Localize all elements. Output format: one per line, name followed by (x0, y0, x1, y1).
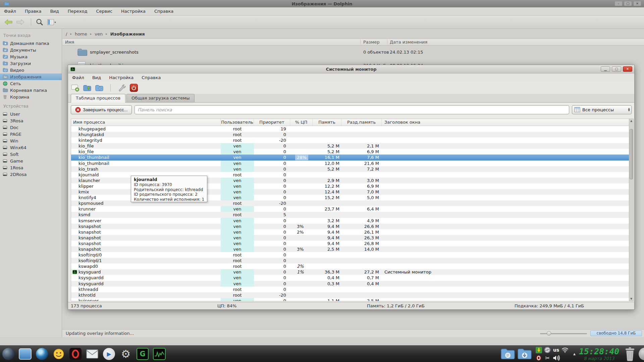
dolphin-menu-item-2[interactable]: Вид (50, 9, 59, 14)
scrollbar-thumb[interactable] (630, 129, 633, 179)
tray-expander-icon[interactable]: ▲ (573, 352, 576, 356)
dolphin-menu-item-4[interactable]: Сервис (96, 9, 112, 14)
process-row[interactable]: khungtaskdroot0 (71, 132, 629, 137)
sysmon-menu-item-2[interactable]: Настройка (109, 75, 133, 80)
sidebar-item-4[interactable]: Видео (0, 67, 62, 73)
process-row[interactable]: khugepagedroot19 (71, 126, 629, 132)
sysmon-minimize-icon[interactable]: ▁ (601, 66, 610, 72)
scroll-up-icon[interactable]: ▲ (629, 119, 633, 123)
spinner-arrows-icon[interactable]: ▲▼ (628, 108, 630, 112)
dolphin-maximize-icon[interactable]: ▢ (624, 1, 632, 6)
green-g-app-icon[interactable]: G (136, 347, 150, 361)
sidebar-item-1[interactable]: Документы (0, 47, 62, 53)
process-filter-dropdown[interactable]: Все процессы ▲▼ (572, 105, 632, 114)
dolphin-menu-item-3[interactable]: Переход (68, 9, 88, 14)
process-row[interactable]: kio_fileven05,2 М2,1 М (71, 143, 629, 149)
media-player-icon[interactable]: ▶ (102, 347, 116, 361)
sidebar-item-8[interactable]: Корзина (0, 94, 62, 100)
dolphin-menu-item-1[interactable]: Правка (25, 9, 41, 14)
file-manager-icon[interactable] (18, 347, 32, 361)
sidebar-item-3[interactable]: Загрузки (0, 60, 62, 67)
file-row-0[interactable]: smplayer_screenshots0 объектов24.02.13 0… (62, 47, 644, 59)
scroll-down-icon[interactable]: ▼ (629, 297, 633, 301)
web-browser-icon[interactable] (35, 347, 49, 361)
sidebar-item-5[interactable]: Изображения (0, 73, 62, 80)
process-row[interactable]: ksnapshotven09,4 М26,8 М (71, 241, 629, 246)
process-row[interactable]: krunnerven023,7 М6,4 М (71, 206, 629, 212)
kill-process-button[interactable]: Завершить процесс... (71, 105, 132, 114)
sidebar-item-0[interactable]: Домашняя папка (0, 40, 62, 47)
process-row[interactable]: ksnapshotven09,4 М26,3 М (71, 235, 629, 241)
import-worksheet-icon[interactable] (95, 83, 104, 92)
sidebar-item-7[interactable]: Корневая папка (0, 87, 62, 94)
volume-icon[interactable] (552, 354, 560, 362)
sysmon-menu-item-0[interactable]: Файл (72, 75, 84, 80)
quit-power-icon[interactable] (129, 83, 138, 92)
search-input[interactable] (135, 105, 569, 114)
system-settings-icon[interactable]: ⚙ (119, 347, 133, 361)
sysmon-menu-item-3[interactable]: Справка (142, 75, 161, 80)
dolphin-minimize-icon[interactable]: – (614, 1, 623, 6)
device-item-3[interactable]: PAGE (0, 131, 62, 137)
open-worksheet-icon[interactable] (83, 83, 92, 92)
process-row[interactable]: kthrotldroot-20 (71, 292, 629, 298)
sysmon-titlebar[interactable]: Системный монитор ▁ ▢ ✕ (68, 65, 634, 73)
forward-arrow-icon[interactable] (15, 18, 25, 26)
new-worksheet-icon[interactable] (71, 83, 79, 92)
device-item-0[interactable]: User (0, 111, 62, 117)
process-col-5[interactable]: Разд.память (341, 119, 382, 126)
device-item-9[interactable]: 2DRosa (0, 171, 62, 178)
clipboard-scissors-icon[interactable]: ✂ (543, 354, 552, 362)
breadcrumb[interactable]: /▸home▸ven▸Изображения (66, 29, 145, 38)
process-row[interactable]: ksmdroot5 (71, 212, 629, 218)
process-row[interactable]: ksysguardven01%36,3 М27,2 МСистемный мон… (71, 269, 629, 275)
downloads-folder-icon[interactable] (517, 347, 532, 361)
process-row[interactable]: kio_thumbnailven028%16,1 М7,6 М (71, 155, 629, 160)
process-col-1[interactable]: Пользователь (221, 119, 254, 126)
back-arrow-icon[interactable] (3, 18, 13, 26)
opera-icon[interactable] (68, 347, 83, 361)
device-item-1[interactable]: 3Rosa (0, 117, 62, 124)
device-item-7[interactable]: Game (0, 158, 62, 164)
process-row[interactable]: kuiserverven01,1 М2,5 М (71, 298, 629, 301)
breadcrumb-root[interactable]: / (66, 32, 67, 37)
process-row[interactable]: ksysguarddven00,3 М0,4 М (71, 281, 629, 287)
process-row[interactable]: ksnapshotven03%2,5 М14,0 М (71, 246, 629, 252)
mail-icon[interactable] (85, 347, 99, 361)
search-icon[interactable] (35, 18, 45, 26)
trash-icon[interactable] (624, 347, 636, 361)
update-notifier-icon[interactable] (534, 346, 543, 354)
dolphin-menu-item-5[interactable]: Настройка (121, 9, 146, 14)
opera-mini-icon[interactable] (534, 354, 543, 362)
breadcrumb-item-1[interactable]: ven (95, 32, 103, 37)
sysmon-menu-item-1[interactable]: Вид (92, 75, 101, 80)
files-col-date[interactable]: Дата изменения (390, 40, 427, 45)
tab-system-load[interactable]: Общая загрузка системы (126, 94, 195, 102)
sysmon-close-icon[interactable]: ✕ (623, 66, 632, 72)
breadcrumb-item-0[interactable]: home (75, 32, 87, 37)
view-mode-icon[interactable] (47, 18, 57, 26)
zoom-slider[interactable] (540, 330, 587, 337)
dolphin-titlebar[interactable]: Изображения — Dolphin – ▢ ✕ (0, 0, 644, 7)
digital-clock[interactable]: 15:28:40 8 марта 2013 (579, 347, 619, 361)
sysmon-maximize-icon[interactable]: ▢ (612, 66, 621, 72)
process-row[interactable]: kio_fileven05,2 М6,9 М (71, 149, 629, 155)
process-col-4[interactable]: Память (313, 119, 341, 126)
documents-folder-icon[interactable] (500, 347, 516, 361)
process-col-6[interactable]: Заголовок окна (382, 119, 629, 126)
device-item-6[interactable]: Soft (0, 151, 62, 158)
keyboard-layout-icon[interactable]: us (552, 346, 560, 354)
messenger-icon[interactable] (52, 347, 66, 361)
process-row[interactable]: kio_trashven05,2 М7,2 М (71, 166, 629, 172)
kickoff-menu-icon[interactable] (1, 347, 15, 361)
process-row[interactable]: ksoftirqd/1root0 (71, 258, 629, 263)
files-col-name[interactable]: Имя (65, 40, 74, 45)
process-col-3[interactable]: % ЦП (290, 119, 313, 126)
files-col-size[interactable]: Размер (363, 40, 380, 45)
tab-process-table[interactable]: Таблица процессов (71, 94, 125, 103)
wifi-icon[interactable] (560, 346, 569, 354)
process-row[interactable]: ksmserverven03,2 М4,9 М (71, 218, 629, 224)
files-header[interactable]: Имя Размер Дата изменения (62, 39, 644, 46)
show-desktop-icon[interactable] (639, 348, 644, 360)
breadcrumb-item-2[interactable]: Изображения (110, 32, 145, 37)
